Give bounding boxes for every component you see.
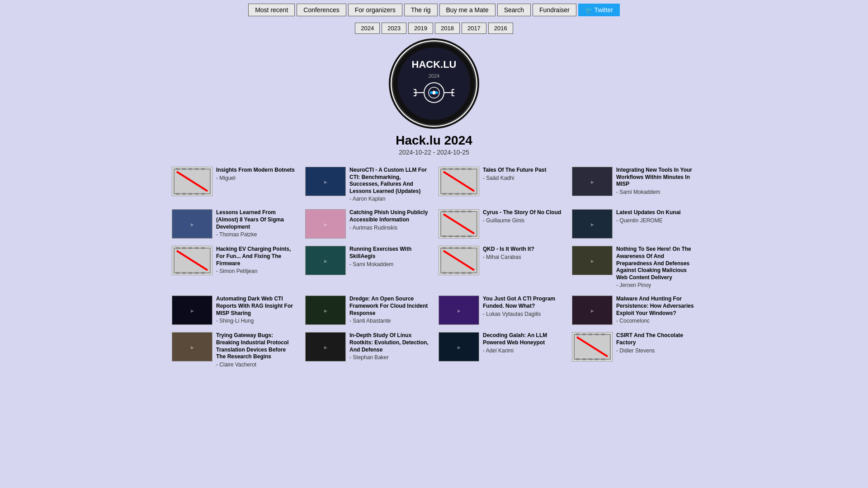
- talk-info: Latest Updates On Kunai- Quentin JEROME: [616, 209, 696, 224]
- talk-thumbnail[interactable]: ▶: [572, 296, 613, 325]
- nav-item-search[interactable]: Search: [497, 4, 531, 16]
- svg-rect-65: [468, 235, 472, 237]
- talk-item: ▶ Dredge: An Open Source Framework For C…: [301, 292, 434, 328]
- talk-thumbnail[interactable]: [439, 167, 479, 196]
- year-tab-2016[interactable]: 2016: [488, 23, 513, 34]
- talk-thumbnail[interactable]: ▶: [305, 167, 346, 196]
- year-tab-2018[interactable]: 2018: [435, 23, 460, 34]
- nav-item-fundraiser[interactable]: Fundraiser: [533, 4, 576, 16]
- talk-title[interactable]: Trying Gateway Bugs: Breaking Industrial…: [216, 332, 296, 360]
- talk-info: Cyrus - The Story Of No Cloud- Guillaume…: [483, 209, 563, 224]
- nav-item-for-organizers[interactable]: For organizers: [348, 4, 402, 16]
- svg-text:▶: ▶: [191, 222, 194, 227]
- svg-rect-42: [455, 193, 459, 195]
- svg-rect-71: [176, 247, 179, 249]
- talk-title[interactable]: Cyrus - The Story Of No Cloud: [483, 209, 563, 216]
- svg-rect-25: [176, 193, 179, 195]
- talk-thumbnail[interactable]: ▶: [572, 167, 613, 196]
- year-tab-2023[interactable]: 2023: [382, 23, 406, 34]
- talk-thumbnail[interactable]: ▶: [572, 246, 613, 275]
- talk-author: - Simon Petitjean: [216, 268, 296, 274]
- svg-rect-89: [462, 247, 465, 249]
- talk-thumbnail[interactable]: [172, 167, 212, 196]
- talk-thumbnail[interactable]: [439, 246, 479, 275]
- talk-item: ▶ Lessons Learned From (Almost) 8 Years …: [167, 206, 301, 242]
- talk-info: QKD - Is It Worth It?- Mihai Carabas: [483, 246, 563, 260]
- talk-thumbnail[interactable]: ▶: [439, 332, 479, 361]
- talk-title[interactable]: NeuroCTI - A Custom LLM For CTI: Benchma…: [349, 167, 429, 195]
- talk-title[interactable]: Running Exercises With SkillAegis: [349, 246, 429, 260]
- nav-item-twitter[interactable]: 🐦 Twitter: [578, 4, 620, 16]
- svg-rect-60: [468, 211, 472, 212]
- talk-author: - Sami Mokaddem: [616, 189, 696, 195]
- talk-title[interactable]: Integrating New Tools In Your Workflows …: [616, 167, 696, 188]
- talk-title[interactable]: Malware And Hunting For Persistence: How…: [616, 296, 696, 317]
- talk-thumbnail[interactable]: ▶: [305, 209, 346, 239]
- svg-rect-58: [455, 211, 459, 212]
- svg-rect-94: [462, 272, 465, 274]
- svg-point-18: [435, 91, 438, 94]
- talk-thumbnail[interactable]: ▶: [172, 296, 212, 325]
- svg-rect-59: [462, 211, 465, 212]
- svg-text:▶: ▶: [591, 222, 594, 227]
- year-tab-2017[interactable]: 2017: [462, 23, 486, 34]
- talk-thumbnail[interactable]: ▶: [172, 332, 212, 361]
- talk-info: Hacking EV Charging Points, For Fun... A…: [216, 246, 296, 274]
- svg-text:HACK.LU: HACK.LU: [412, 59, 457, 70]
- talk-item: Tales Of The Future Past- Saâd Kadhi: [434, 163, 567, 206]
- talk-item: Hacking EV Charging Points, For Fun... A…: [167, 242, 301, 292]
- talk-thumbnail[interactable]: ▶: [305, 296, 346, 325]
- talk-title[interactable]: Nothing To See Here! On The Awareness Of…: [616, 246, 696, 281]
- talk-item: Insights From Modern Botnets- Miguel: [167, 163, 301, 206]
- talk-title[interactable]: Hacking EV Charging Points, For Fun... A…: [216, 246, 296, 267]
- svg-rect-64: [462, 235, 465, 237]
- svg-rect-74: [195, 247, 198, 249]
- talk-title[interactable]: Automating Dark Web CTI Reports With RAG…: [216, 296, 296, 317]
- talk-thumbnail[interactable]: ▶: [305, 332, 346, 361]
- talk-title[interactable]: QKD - Is It Worth It?: [483, 246, 563, 253]
- talk-author: - Santi Abastante: [349, 318, 429, 324]
- talk-thumbnail[interactable]: ▶: [305, 246, 346, 275]
- svg-rect-125: [595, 333, 599, 335]
- talk-title[interactable]: Catching Phish Using Publicly Accessible…: [349, 209, 429, 223]
- svg-rect-61: [443, 235, 446, 237]
- talk-title[interactable]: Latest Updates On Kunai: [616, 209, 696, 216]
- talk-title[interactable]: Decoding Galah: An LLM Powered Web Honey…: [483, 332, 563, 346]
- talk-info: Running Exercises With SkillAegis- Sami …: [349, 246, 429, 267]
- talk-author: - Stephan Baker: [349, 354, 429, 361]
- talk-title[interactable]: CSIRT And The Chocolate Factory: [616, 332, 696, 346]
- talk-title[interactable]: Dredge: An Open Source Framework For Clo…: [349, 296, 429, 317]
- talk-author: - Jeroen Pinoy: [616, 282, 696, 288]
- svg-text:▶: ▶: [458, 345, 461, 350]
- nav-item-most-recent[interactable]: Most recent: [248, 4, 295, 16]
- talk-title[interactable]: Insights From Modern Botnets: [216, 167, 296, 174]
- year-tab-2019[interactable]: 2019: [408, 23, 433, 34]
- talk-title[interactable]: In-Depth Study Of Linux Rootkits: Evolut…: [349, 332, 429, 353]
- year-tabs: 202420232019201820172016: [0, 20, 868, 38]
- year-tab-2024[interactable]: 2024: [355, 23, 380, 34]
- talk-thumbnail[interactable]: [439, 209, 479, 239]
- talk-info: Trying Gateway Bugs: Breaking Industrial…: [216, 332, 296, 367]
- svg-rect-88: [455, 247, 459, 249]
- svg-rect-28: [195, 193, 198, 195]
- nav-item-conferences[interactable]: Conferences: [297, 4, 346, 16]
- nav-item-buy-me-a-mate[interactable]: Buy me a Mate: [439, 4, 495, 16]
- talk-thumbnail[interactable]: ▶: [172, 209, 212, 239]
- talk-thumbnail[interactable]: ▶: [439, 296, 479, 325]
- svg-rect-128: [582, 358, 586, 360]
- svg-rect-36: [449, 168, 453, 170]
- svg-point-17: [430, 91, 433, 94]
- talk-thumbnail[interactable]: [572, 332, 613, 361]
- talk-thumbnail[interactable]: ▶: [572, 209, 613, 239]
- talk-thumbnail[interactable]: [172, 246, 212, 275]
- svg-rect-123: [582, 333, 586, 335]
- svg-rect-91: [443, 272, 446, 274]
- talk-title[interactable]: Tales Of The Future Past: [483, 167, 563, 174]
- talk-title[interactable]: Lessons Learned From (Almost) 8 Years Of…: [216, 209, 296, 230]
- nav-item-the-rig[interactable]: The rig: [404, 4, 438, 16]
- svg-rect-56: [443, 211, 446, 212]
- svg-rect-129: [589, 358, 592, 360]
- svg-rect-92: [449, 272, 453, 274]
- talk-item: ▶ Nothing To See Here! On The Awareness …: [567, 242, 701, 292]
- talk-title[interactable]: You Just Got A CTI Program Funded. Now W…: [483, 296, 563, 310]
